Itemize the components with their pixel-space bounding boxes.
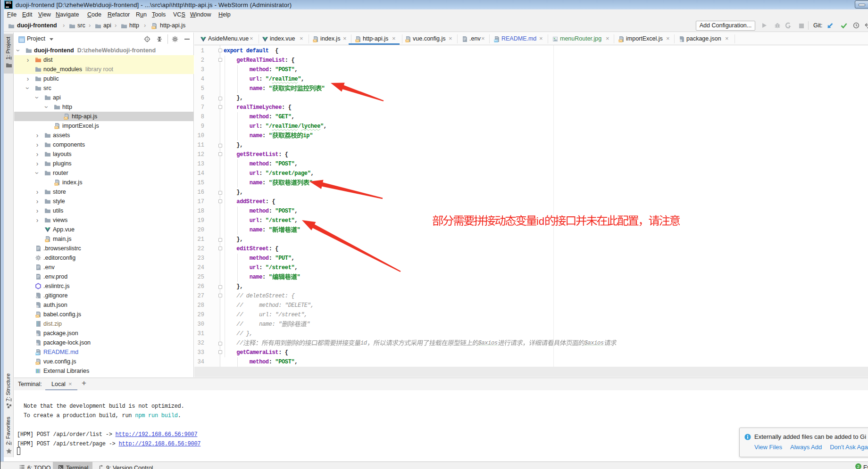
svg-text:JS: JS [36,362,39,364]
svg-text:{}: {} [36,333,38,336]
svg-text:JS: JS [619,39,622,42]
svg-text:JS: JS [406,39,409,42]
svg-text:{}: {} [36,343,38,346]
svg-text:MD: MD [36,352,40,355]
svg-text:JS: JS [356,39,359,42]
svg-text:JS: JS [313,39,317,42]
svg-text:JS: JS [64,116,67,119]
svg-text:JS: JS [36,314,39,317]
svg-text:JS: JS [152,26,155,29]
svg-text:JS: JS [45,239,49,242]
svg-text:MD: MD [494,39,498,42]
svg-text:{}: {} [36,305,38,308]
svg-text:JS: JS [55,182,58,185]
svg-text:{}: {} [680,39,682,42]
svg-text:JS: JS [55,126,58,129]
